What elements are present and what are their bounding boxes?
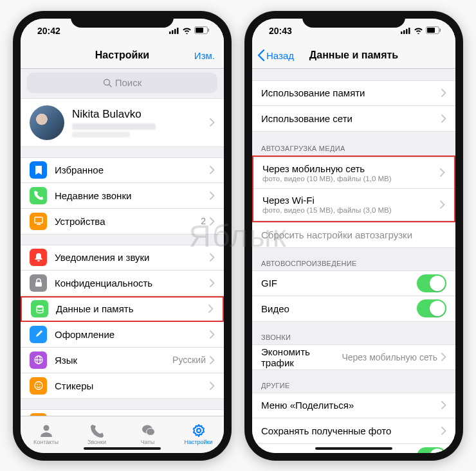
phone-icon xyxy=(89,423,105,438)
wifi-icon xyxy=(414,26,423,36)
page-title: Настройки xyxy=(95,49,149,61)
row-appearance[interactable]: Оформление xyxy=(21,322,224,348)
bell-icon xyxy=(30,249,47,266)
svg-point-18 xyxy=(39,384,41,386)
profile-username-blurred xyxy=(72,132,130,138)
svg-rect-9 xyxy=(35,217,42,223)
row-storage-usage[interactable]: Использование памяти xyxy=(252,80,455,106)
section-header-other: ДРУГИЕ xyxy=(252,379,455,393)
signal-icon xyxy=(169,26,179,36)
globe-icon xyxy=(30,351,47,369)
devices-count: 2 xyxy=(201,216,206,226)
svg-point-12 xyxy=(37,305,43,308)
row-mobile-data[interactable]: Через мобильную сеть фото, видео (10 MB)… xyxy=(253,157,454,189)
notch xyxy=(71,11,174,28)
page-title: Данные и память xyxy=(309,49,398,61)
row-stickers[interactable]: Стикеры xyxy=(21,373,224,399)
chevron-right-icon xyxy=(210,253,215,262)
svg-point-23 xyxy=(146,429,154,436)
svg-line-8 xyxy=(109,84,111,87)
row-saved[interactable]: Избранное xyxy=(21,157,224,183)
home-indicator[interactable] xyxy=(315,447,392,450)
svg-point-17 xyxy=(37,384,38,386)
lock-icon xyxy=(30,274,47,292)
svg-rect-10 xyxy=(37,224,41,226)
svg-rect-31 xyxy=(440,28,441,31)
chevron-right-icon xyxy=(440,200,445,209)
data-icon xyxy=(31,300,48,317)
svg-point-16 xyxy=(35,382,42,389)
highlighted-autodownload-group: Через мобильную сеть фото, видео (10 MB)… xyxy=(252,156,455,222)
svg-rect-11 xyxy=(35,282,42,287)
row-help[interactable]: Помощь xyxy=(21,409,224,416)
toggle-save-edited[interactable] xyxy=(417,447,446,453)
chats-icon xyxy=(140,423,156,438)
row-reset-autodownload[interactable]: Сбросить настройки автозагрузки xyxy=(252,222,455,248)
svg-rect-0 xyxy=(169,31,171,34)
section-header-autodownload: АВТОЗАГРУЗКА МЕДИА xyxy=(252,142,455,156)
home-indicator[interactable] xyxy=(84,447,161,450)
chevron-right-icon xyxy=(441,427,446,435)
chevron-right-icon xyxy=(210,118,215,127)
tab-settings[interactable]: Настройки xyxy=(173,416,224,453)
chevron-right-icon xyxy=(441,353,446,361)
chevron-right-icon xyxy=(208,305,214,313)
row-network-usage[interactable]: Использование сети xyxy=(252,106,455,132)
row-video[interactable]: Видео xyxy=(252,296,455,322)
chevron-right-icon xyxy=(210,279,215,287)
svg-rect-28 xyxy=(408,28,410,34)
chevron-right-icon xyxy=(441,401,446,409)
svg-point-21 xyxy=(43,425,49,431)
svg-rect-1 xyxy=(172,30,174,34)
toggle-gif[interactable] xyxy=(417,274,446,292)
row-language[interactable]: Язык Русский xyxy=(21,348,224,373)
wifi-icon xyxy=(182,26,192,36)
row-share-menu[interactable]: Меню «Поделиться» xyxy=(252,393,455,418)
svg-rect-5 xyxy=(196,28,203,33)
battery-icon xyxy=(426,26,441,36)
notch xyxy=(302,11,405,28)
nav-bar: Настройки Изм. xyxy=(21,43,224,69)
chevron-left-icon xyxy=(257,49,265,61)
svg-rect-3 xyxy=(177,28,179,34)
phone-icon xyxy=(30,187,47,204)
search-icon xyxy=(103,78,112,87)
search-input[interactable]: Поиск xyxy=(27,73,217,93)
signal-icon xyxy=(401,26,411,36)
chat-icon xyxy=(30,413,47,416)
row-save-data[interactable]: Экономить трафик Через мобильную сеть xyxy=(252,344,455,370)
row-save-incoming-photos[interactable]: Сохранять полученные фото xyxy=(252,418,455,444)
bookmark-icon xyxy=(30,161,47,179)
row-data-storage[interactable]: Данные и память xyxy=(21,296,224,322)
battery-icon xyxy=(194,26,210,36)
chevron-right-icon xyxy=(210,330,215,339)
language-detail: Русский xyxy=(172,355,206,365)
chevron-right-icon xyxy=(210,166,215,174)
row-notifications[interactable]: Уведомления и звуки xyxy=(21,245,224,271)
chevron-right-icon xyxy=(441,114,446,123)
section-header-calls: ЗВОНКИ xyxy=(252,331,455,344)
profile-name: Nikita Bulavko xyxy=(72,108,210,121)
svg-rect-25 xyxy=(401,31,403,34)
device-icon xyxy=(30,213,47,230)
nav-bar: Назад Данные и память xyxy=(252,43,455,69)
row-wifi[interactable]: Через Wi-Fi фото, видео (15 MB), файлы (… xyxy=(253,189,454,221)
toggle-video[interactable] xyxy=(417,299,446,317)
row-recent-calls[interactable]: Недавние звонки xyxy=(21,183,224,209)
svg-rect-30 xyxy=(427,28,435,33)
svg-rect-2 xyxy=(174,29,176,34)
person-icon xyxy=(39,423,54,438)
profile-cell[interactable]: Nikita Bulavko xyxy=(21,98,224,147)
gear-icon xyxy=(191,423,206,438)
row-devices[interactable]: Устройства 2 xyxy=(21,209,224,235)
row-gif[interactable]: GIF xyxy=(252,271,455,296)
back-button[interactable]: Назад xyxy=(257,49,294,61)
search-placeholder: Поиск xyxy=(115,77,142,88)
tab-contacts[interactable]: Контакты xyxy=(21,416,71,453)
phone-left: 20:42 Настройки Изм. Поиск Nikita Bulavk… xyxy=(13,11,232,461)
row-privacy[interactable]: Конфиденциальность xyxy=(21,271,224,296)
edit-button[interactable]: Изм. xyxy=(194,50,215,61)
svg-point-24 xyxy=(197,429,201,432)
svg-rect-27 xyxy=(406,29,408,34)
svg-rect-26 xyxy=(403,30,405,34)
